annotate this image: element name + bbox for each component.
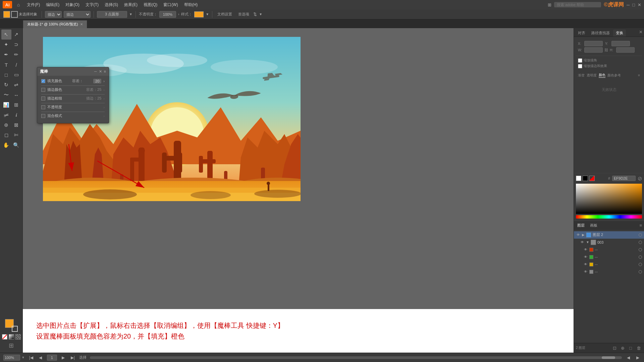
blend-mode-checkbox[interactable] xyxy=(41,114,45,118)
select-tool[interactable]: ↖ xyxy=(1,29,11,40)
layer-eye-2[interactable]: 👁 xyxy=(580,240,585,245)
style-swatch[interactable] xyxy=(194,11,204,17)
eraser-tool[interactable]: ◻ xyxy=(1,130,11,140)
prev-page-btn[interactable]: ◀ xyxy=(38,355,44,361)
preferences-btn[interactable]: 首选项 xyxy=(236,11,251,17)
next-page-btn[interactable]: ▶ xyxy=(60,355,66,361)
hue-bar[interactable] xyxy=(576,215,642,219)
scroll-right[interactable]: ▶ xyxy=(635,355,641,361)
direct-select-tool[interactable]: ↗ xyxy=(11,29,21,40)
layer-eye-4[interactable]: 👁 xyxy=(583,255,588,259)
window-minimize[interactable]: ─ xyxy=(627,2,630,7)
stroke-tolerance-arrow[interactable]: › xyxy=(103,88,105,92)
rotate-tool[interactable]: ↻ xyxy=(1,80,11,90)
layer-eye-1[interactable]: 👁 xyxy=(576,233,581,237)
zoom-input[interactable] xyxy=(3,355,20,361)
fill-tolerance-value[interactable]: 20 xyxy=(93,79,101,83)
opacity-tab[interactable]: 透明度 xyxy=(587,73,597,78)
make-clipping-btn[interactable]: ⊡ xyxy=(611,345,618,351)
menu-select[interactable]: 选择(S) xyxy=(102,1,121,8)
layers-options[interactable]: ≡ xyxy=(639,223,642,228)
page-input[interactable] xyxy=(47,355,57,361)
rect-tool[interactable]: □ xyxy=(1,70,11,80)
panel-minimize-btn[interactable]: ─ xyxy=(94,69,97,74)
panel-menu-btn[interactable]: ≡ xyxy=(104,69,106,74)
stroke-swatch[interactable] xyxy=(12,326,18,332)
menu-file[interactable]: 文件(F) xyxy=(24,1,43,8)
menu-effect[interactable]: 效果(E) xyxy=(121,1,140,8)
black-color-btn[interactable] xyxy=(583,176,588,181)
layer-circle-3[interactable] xyxy=(639,248,642,251)
fill-color-checkbox[interactable] xyxy=(41,79,45,83)
stroke-color-checkbox[interactable] xyxy=(41,88,45,92)
create-new-sublayer-btn[interactable]: ⊕ xyxy=(619,345,626,351)
white-color-btn[interactable] xyxy=(576,176,581,181)
paintbucket-tool[interactable]: ⧣ xyxy=(1,110,11,120)
h-input[interactable] xyxy=(616,47,635,53)
y-input[interactable] xyxy=(611,41,630,46)
blend-tool[interactable]: ⊛ xyxy=(1,120,11,130)
layer-row-6[interactable]: 👁 ··· xyxy=(574,268,644,276)
gradient-indicator[interactable] xyxy=(9,334,14,340)
rounded-rect[interactable]: ▭ xyxy=(11,70,21,80)
menu-window[interactable]: 窗口(W) xyxy=(161,1,180,8)
warp-tool[interactable]: 〜 xyxy=(1,90,11,100)
scissors-tool[interactable]: ✄ xyxy=(11,130,21,140)
artboard-tab[interactable]: 画板 xyxy=(589,222,599,229)
layer-row-2[interactable]: 👁 ▼ 003 xyxy=(574,239,644,246)
add-anchor-tool[interactable]: ✏ xyxy=(11,50,21,60)
pen-tool[interactable]: ✒ xyxy=(1,50,11,60)
layer-eye-3[interactable]: 👁 xyxy=(583,247,588,252)
delete-layer-btn[interactable]: 🗑 xyxy=(635,345,642,351)
zoom-dropdown[interactable]: ▼ xyxy=(21,356,25,359)
tool-select[interactable]: 描边 xyxy=(64,11,91,18)
gradient-tab[interactable]: 渐变 xyxy=(578,73,585,78)
layer-circle-1[interactable] xyxy=(639,233,642,237)
color-gradient[interactable] xyxy=(576,184,642,214)
opacity-arrow[interactable]: › xyxy=(178,12,179,16)
slice-tool[interactable]: ⊠ xyxy=(11,120,21,130)
reflect-tool[interactable]: ⇌ xyxy=(11,80,21,90)
scale-tool[interactable]: ↔ xyxy=(11,90,21,100)
none-indicator[interactable] xyxy=(2,334,7,340)
color-tab[interactable]: 颜色 xyxy=(599,73,605,78)
extra-tool[interactable]: ⊞ xyxy=(9,342,14,349)
x-input[interactable] xyxy=(584,41,603,46)
hand-tool[interactable]: ✋ xyxy=(1,140,11,150)
mode-select[interactable]: 描边 xyxy=(45,11,62,18)
eyedropper-tool[interactable]: 𝒊 xyxy=(11,110,21,120)
panel-options[interactable]: ≡ xyxy=(638,73,640,77)
opacity-checkbox[interactable] xyxy=(41,105,45,109)
menu-edit[interactable]: 编辑(E) xyxy=(43,1,62,8)
layers-tab[interactable]: 图层 xyxy=(576,222,586,229)
menu-text[interactable]: 文字(T) xyxy=(83,1,101,8)
panel-options-btn[interactable]: ✕ xyxy=(639,29,643,37)
doc-settings-btn[interactable]: 文档设置 xyxy=(215,11,234,17)
scale-strokes-checkbox[interactable] xyxy=(578,64,582,68)
tab-transform[interactable]: 变换 xyxy=(613,29,626,37)
tab-align[interactable]: 对齐 xyxy=(575,29,588,37)
document-tab[interactable]: 未标题-1* @ 100% (RGB/预览) ✕ xyxy=(23,20,87,28)
create-new-layer-btn[interactable]: □ xyxy=(627,345,634,351)
tab-close-btn[interactable]: ✕ xyxy=(80,22,83,26)
graph-tool[interactable]: 📊 xyxy=(1,100,11,110)
search-input[interactable] xyxy=(554,2,601,7)
chain-icon[interactable]: ⛓ xyxy=(604,48,608,52)
stroke-indicator[interactable] xyxy=(11,11,18,18)
lasso-tool[interactable]: ⊃ xyxy=(11,40,21,50)
arrange-dropdown[interactable]: ▼ xyxy=(259,12,262,16)
window-close[interactable]: ✕ xyxy=(638,2,641,7)
scroll-left[interactable]: ◀ xyxy=(625,355,631,361)
line-tool[interactable]: / xyxy=(11,60,21,70)
tab-pathfinder[interactable]: 路径查找器 xyxy=(589,29,612,37)
menu-object[interactable]: 对象(O) xyxy=(63,1,82,8)
scrollbar[interactable] xyxy=(90,356,622,359)
layer-circle-4[interactable] xyxy=(639,255,642,259)
layer-circle-6[interactable] xyxy=(639,270,642,274)
blend-mode-arrow[interactable]: › xyxy=(103,114,105,118)
layer-expand-1[interactable]: ▶ xyxy=(582,233,585,237)
w-input[interactable] xyxy=(584,47,603,53)
style-dropdown[interactable]: ▼ xyxy=(206,12,209,16)
arrange-icon[interactable]: ⇅ xyxy=(253,12,257,17)
layer-row-3[interactable]: 👁 ··· xyxy=(574,246,644,253)
